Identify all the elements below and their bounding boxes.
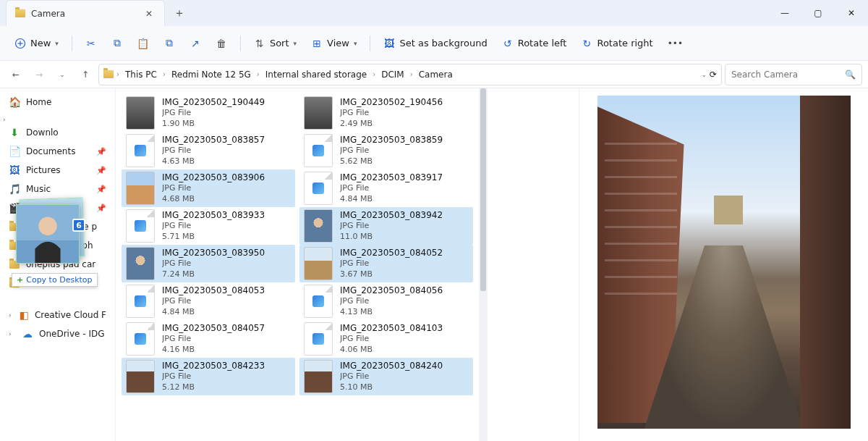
- file-size: 4.13 MB: [340, 307, 443, 318]
- rotate-right-icon: ↻: [581, 38, 592, 49]
- breadcrumb-this-pc[interactable]: This PC: [122, 68, 160, 81]
- paste-button[interactable]: 📋: [130, 33, 156, 54]
- separator: [370, 35, 370, 51]
- file-item[interactable]: IMG_20230503_083857 JPG File 4.63 MB: [122, 132, 295, 169]
- back-button[interactable]: ←: [6, 64, 26, 85]
- set-background-button[interactable]: 🖼 Set as background: [376, 33, 494, 54]
- file-item[interactable]: IMG_20230503_084240 JPG File 5.10 MB: [299, 358, 473, 395]
- file-meta: IMG_20230503_084233 JPG File 5.12 MB: [162, 360, 265, 393]
- file-size: 11.0 MB: [340, 232, 443, 243]
- maximize-button[interactable]: ▢: [801, 0, 835, 26]
- plus-circle-icon: [14, 38, 26, 49]
- sidebar-expander[interactable]: ›: [0, 116, 115, 123]
- file-meta: IMG_20230503_084056 JPG File 4.13 MB: [340, 285, 443, 318]
- new-button[interactable]: New ▾: [7, 33, 66, 54]
- address-bar[interactable]: › This PC › Redmi Note 12 5G › Internal …: [98, 64, 722, 85]
- file-size: 4.84 MB: [340, 194, 443, 205]
- file-item[interactable]: IMG_20230502_190449 JPG File 1.90 MB: [122, 94, 295, 132]
- chevron-right-icon: ›: [410, 70, 413, 78]
- file-size: 4.84 MB: [162, 307, 265, 318]
- sidebar-item[interactable]: 📄 Documents 📌: [0, 142, 115, 161]
- file-type: JPG File: [162, 371, 265, 382]
- sidebar-item[interactable]: kobo elipsa 2e p: [0, 217, 115, 236]
- file-item[interactable]: IMG_20230503_084056 JPG File 4.13 MB: [299, 282, 473, 320]
- breadcrumb-storage[interactable]: Internal shared storage: [263, 68, 370, 81]
- download-icon: ⬇: [9, 127, 20, 138]
- minimize-button[interactable]: —: [768, 0, 801, 26]
- file-item[interactable]: IMG_20230503_083933 JPG File 5.71 MB: [122, 207, 295, 245]
- breadcrumb-device[interactable]: Redmi Note 12 5G: [169, 68, 254, 81]
- chevron-down-icon: ▾: [55, 40, 59, 47]
- file-type: JPG File: [340, 146, 443, 156]
- rotate-left-button[interactable]: ↺ Rotate left: [495, 33, 574, 54]
- file-meta: IMG_20230503_083950 JPG File 7.24 MB: [162, 247, 265, 280]
- sidebar-item-home[interactable]: 🏠 Home: [0, 93, 115, 112]
- sort-button[interactable]: ⇅ Sort ▾: [247, 33, 304, 54]
- recent-dropdown[interactable]: ⌄: [52, 64, 72, 85]
- file-type: JPG File: [340, 259, 443, 269]
- breadcrumb-dcim[interactable]: DCIM: [378, 68, 407, 81]
- file-name: IMG_20230503_084057: [162, 322, 265, 334]
- file-thumbnail: [126, 134, 155, 167]
- sidebar-item[interactable]: › ☁ OneDrive - IDG: [0, 324, 115, 343]
- rename-button[interactable]: ⧉: [156, 33, 182, 54]
- delete-button[interactable]: 🗑: [208, 33, 234, 54]
- file-item[interactable]: IMG_20230503_083950 JPG File 7.24 MB: [122, 245, 295, 282]
- sidebar-item[interactable]: › ◧ Creative Cloud F: [0, 306, 115, 324]
- sort-label: Sort: [270, 38, 289, 49]
- up-button[interactable]: ↑: [75, 64, 95, 85]
- copy-button[interactable]: ⧉: [104, 33, 130, 54]
- sidebar-item[interactable]: 🖼 Pictures 📌: [0, 161, 115, 180]
- scroll-thumb[interactable]: [480, 88, 486, 291]
- sidebar-item[interactable]: oneplus pad car: [0, 255, 115, 274]
- view-button[interactable]: ⊞ View ▾: [304, 33, 364, 54]
- breadcrumb-camera[interactable]: Camera: [416, 68, 456, 81]
- forward-button[interactable]: →: [29, 64, 49, 85]
- file-thumbnail: [304, 209, 333, 243]
- address-dropdown[interactable]: ⌄: [701, 71, 707, 78]
- file-meta: IMG_20230503_083859 JPG File 5.62 MB: [340, 134, 443, 167]
- file-item[interactable]: IMG_20230503_083942 JPG File 11.0 MB: [299, 207, 473, 245]
- sidebar-item[interactable]: oneplus pad ph: [0, 236, 115, 255]
- folder-icon: [9, 240, 20, 251]
- file-item[interactable]: IMG_20230503_084103 JPG File 4.06 MB: [299, 320, 473, 358]
- file-name: IMG_20230503_084103: [340, 322, 443, 334]
- file-item[interactable]: IMG_20230502_190456 JPG File 2.49 MB: [299, 94, 473, 132]
- file-thumbnail: [304, 96, 333, 130]
- tab-close-button[interactable]: ✕: [142, 6, 156, 22]
- file-name: IMG_20230503_083917: [340, 172, 443, 183]
- pin-icon: 📌: [96, 203, 106, 213]
- sidebar-item[interactable]: Screenshots: [0, 274, 115, 293]
- search-box[interactable]: 🔍: [725, 64, 862, 85]
- rotate-right-button[interactable]: ↻ Rotate right: [574, 33, 660, 54]
- file-type: JPG File: [162, 108, 265, 119]
- sidebar-item[interactable]: ⬇ Downlo: [0, 123, 115, 142]
- file-size: 5.71 MB: [162, 232, 265, 243]
- file-thumbnail: [126, 322, 155, 356]
- file-size: 1.90 MB: [162, 119, 265, 130]
- file-item[interactable]: IMG_20230503_083906 JPG File 4.68 MB: [122, 169, 295, 207]
- close-window-button[interactable]: ✕: [835, 0, 868, 26]
- file-item[interactable]: IMG_20230503_083859 JPG File 5.62 MB: [299, 132, 473, 169]
- file-item[interactable]: IMG_20230503_084052 JPG File 3.67 MB: [299, 245, 473, 282]
- file-item[interactable]: IMG_20230503_084233 JPG File 5.12 MB: [122, 358, 295, 395]
- more-button[interactable]: •••: [660, 34, 690, 53]
- new-tab-button[interactable]: ＋: [165, 6, 194, 21]
- tab-camera[interactable]: Camera ✕: [6, 0, 165, 26]
- file-type: JPG File: [162, 259, 265, 269]
- share-button[interactable]: ↗: [182, 33, 208, 54]
- cut-button[interactable]: ✂: [78, 33, 104, 54]
- file-size: 7.24 MB: [162, 269, 265, 280]
- file-item[interactable]: IMG_20230503_084053 JPG File 4.84 MB: [122, 282, 295, 320]
- sidebar-item[interactable]: 🎵 Music 📌: [0, 180, 115, 198]
- search-input[interactable]: [731, 70, 841, 80]
- file-meta: IMG_20230503_083942 JPG File 11.0 MB: [340, 209, 443, 243]
- sidebar-item[interactable]: 🎬 Videos 📌: [0, 198, 115, 217]
- file-item[interactable]: IMG_20230503_083917 JPG File 4.84 MB: [299, 169, 473, 207]
- file-thumbnail: [126, 96, 155, 130]
- file-thumbnail: [126, 172, 155, 205]
- sidebar-item-label: Downlo: [26, 127, 59, 138]
- vertical-scrollbar[interactable]: [479, 88, 488, 441]
- file-item[interactable]: IMG_20230503_084057 JPG File 4.16 MB: [122, 320, 295, 358]
- refresh-button[interactable]: ⟳: [710, 70, 717, 80]
